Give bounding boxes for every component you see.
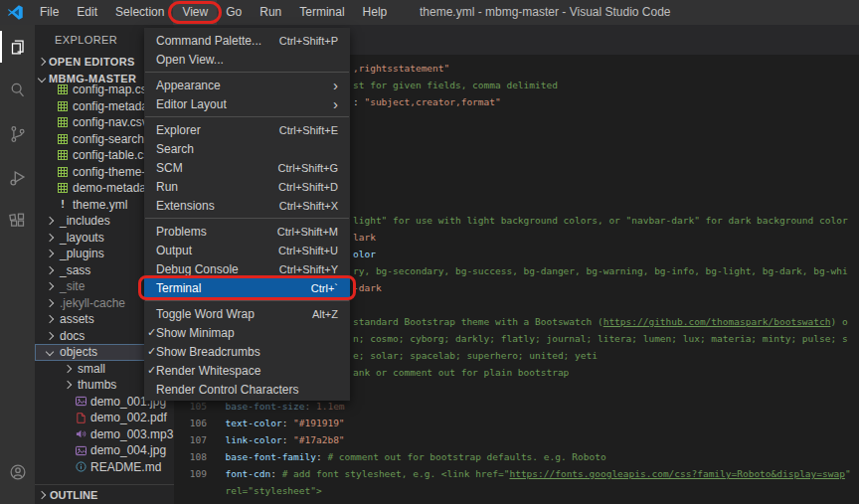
menu-item-label: Command Palette... [156,34,269,48]
code-text: light" for use with light background col… [353,212,848,229]
outline-section[interactable]: OUTLINE [35,484,174,504]
chevron-right-icon [46,234,54,242]
menubar-item-label: View [182,5,208,19]
chevron-right-icon [46,266,54,274]
menu-shortcut: Ctrl+Shift+X [279,200,338,212]
menubar-item-label: File [40,5,59,19]
menu-item-open-view[interactable]: Open View... [144,50,350,69]
code-text: base-font-family: # comment out for boot… [214,448,606,465]
menu-item-scm[interactable]: SCMCtrl+Shift+G [144,158,350,177]
menu-separator [145,218,349,219]
menubar-item-label: Edit [77,5,97,19]
menubar-item-go[interactable]: Go [217,0,251,25]
menu-item-terminal[interactable]: TerminalCtrl+` [144,278,350,297]
tree-item-label: _plugins [60,247,104,260]
tree-item-label: docs [60,329,85,343]
explorer-icon[interactable] [0,25,35,69]
code-text: lark [353,229,376,246]
menu-item-label: SCM [156,161,267,175]
chevron-right-icon [46,315,54,323]
run-debug-icon[interactable] [0,156,35,200]
menubar-item-selection[interactable]: Selection [106,0,173,25]
code-text: n; cosmo; cyborg; darkly; flatly; journa… [353,330,848,347]
line-number: 110 [174,499,214,504]
code-text: olor [353,246,376,262]
image-file-icon [75,396,86,407]
tree-item-label: config-table.cs [73,148,149,162]
menu-item-appearance[interactable]: Appearance› [144,76,350,94]
menu-item-show-minimap[interactable]: ✓Show Minimap [144,323,350,342]
menu-shortcut: Ctrl+` [311,282,338,294]
code-line: rel="stylesheet"> [174,482,859,499]
menu-shortcut: Ctrl+Shift+Y [279,263,338,275]
extensions-icon[interactable] [0,200,35,244]
menubar-item-label: Terminal [299,5,344,19]
menu-item-render-whitespace[interactable]: ✓Render Whitespace [144,361,350,380]
menu-item-label: Toggle Word Wrap [156,307,302,321]
search-icon[interactable] [0,69,35,112]
menu-item-label: Show Breadcrumbs [156,345,338,359]
menubar-item-terminal[interactable]: Terminal [290,0,353,25]
menu-item-show-breadcrumbs[interactable]: ✓Show Breadcrumbs [144,342,350,361]
code-text: link-color: "#17a2b8" [214,431,345,448]
chevron-right-icon [38,490,46,498]
vscode-logo-icon [7,4,24,21]
tree-item-label: _layouts [60,231,104,245]
tree-item-label: theme.yml [73,198,127,212]
tree-item-label: small [78,362,105,376]
menu-item-explorer[interactable]: ExplorerCtrl+Shift+E [144,120,350,139]
menubar-item-run[interactable]: Run [251,0,290,25]
csv-file-icon [57,183,69,193]
tree-item-readme-md[interactable]: README.md [35,459,174,476]
code-text: e; solar; spacelab; superhero; united; y… [353,347,598,364]
menu-item-label: Appearance [156,79,333,92]
checkmark-icon: ✓ [147,342,156,361]
menu-item-toggle-word-wrap[interactable]: Toggle Word WrapAlt+Z [144,304,350,323]
code-text: standard Bootstrap theme with a Bootswat… [353,313,848,330]
window-title: theme.yml - mbmg-master - Visual Studio … [420,0,671,25]
tree-item-demo-002-pdf[interactable]: demo_002.pdf [35,410,174,426]
menu-item-debug-console[interactable]: Debug ConsoleCtrl+Shift+Y [144,259,350,278]
menu-item-extensions[interactable]: ExtensionsCtrl+Shift+X [144,196,350,215]
chevron-right-icon [46,282,54,290]
menu-item-search[interactable]: Search [144,139,350,158]
menubar-item-view[interactable]: View [173,0,217,25]
menu-shortcut: Ctrl+Shift+P [279,35,338,47]
menu-item-command-palette[interactable]: Command Palette...Ctrl+Shift+P [144,31,350,50]
tree-item-label: config-nav.csv [73,115,148,129]
source-control-icon[interactable] [0,112,35,156]
menubar-item-edit[interactable]: Edit [68,0,106,25]
menu-item-run[interactable]: RunCtrl+Shift+D [144,177,350,196]
code-text: : "subject,creator,format" [353,93,501,110]
menu-item-problems[interactable]: ProblemsCtrl+Shift+M [144,222,350,241]
submenu-arrow-icon: › [333,94,338,113]
menu-bar: FileEditSelectionViewGoRunTerminalHelp [31,0,396,25]
menu-shortcut: Ctrl+Shift+U [278,245,338,256]
checkmark-icon: ✓ [147,361,156,380]
menu-item-output[interactable]: OutputCtrl+Shift+U [144,241,350,259]
menubar-item-help[interactable]: Help [354,0,397,25]
code-text: text-color: "#191919" [214,415,345,431]
code-text: st for given fields, comma delimited [353,77,558,93]
account-icon[interactable] [0,452,35,492]
csv-file-icon [57,84,69,94]
tree-item-label: demo-metadat [73,181,149,195]
menu-item-render-control-characters[interactable]: Render Control Characters [144,380,350,399]
chevron-right-icon [46,217,54,225]
code-line: 110 [174,499,859,504]
code-text: ry, bg-secondary, bg-success, bg-danger,… [353,262,848,279]
chevron-down-icon [46,348,54,356]
code-text: -dark [353,279,382,296]
tree-item-demo-003-mp3[interactable]: demo_003.mp3 [35,426,174,443]
view-menu-dropdown: Command Palette...Ctrl+Shift+POpen View.… [144,28,350,401]
code-line: 108 base-font-family: # comment out for … [174,448,859,465]
menu-item-label: Terminal [156,281,301,295]
menubar-item-file[interactable]: File [31,0,68,25]
menu-item-editor-layout[interactable]: Editor Layout› [144,94,350,113]
chevron-right-icon [46,299,54,307]
code-line: 109 font-cdn: # add font stylesheet, e.g… [174,465,859,482]
tree-item-label: assets [60,312,94,326]
tree-item-demo-004-jpg[interactable]: demo_004.jpg [35,442,174,459]
chevron-right-icon [38,57,46,65]
tree-item-label: thumbs [78,378,116,392]
